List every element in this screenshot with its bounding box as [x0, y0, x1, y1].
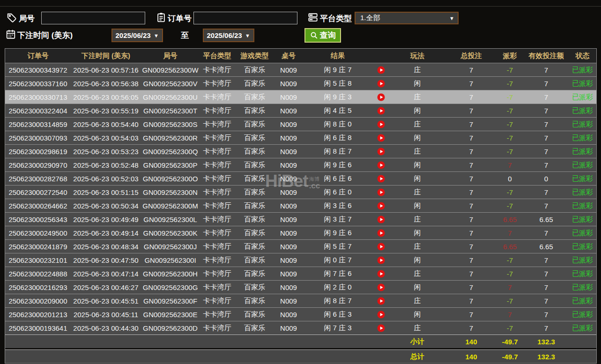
order-number-cell: 250623000264662	[5, 199, 71, 212]
valid-bet-cell: 7	[523, 90, 570, 104]
play-video-icon[interactable]	[377, 324, 385, 332]
table-row[interactable]: 2506230002162932025-06-23 00:46:27GN0092…	[5, 280, 596, 294]
play-cell	[373, 118, 389, 131]
table-row[interactable]: 2506230003070932025-06-23 00:54:03GN0092…	[5, 131, 596, 144]
platform-type-label: 平台类型	[320, 13, 352, 24]
order-number-input[interactable]	[193, 12, 297, 24]
game-type-cell: 百家乐	[235, 294, 275, 307]
play-video-icon[interactable]	[377, 93, 385, 101]
chevron-down-icon: ▼	[245, 33, 250, 38]
table-row[interactable]: 2506230003224042025-06-23 00:55:19GN0092…	[5, 104, 596, 117]
grandtotal-row-payout: -49.7	[497, 350, 523, 363]
play-cell	[373, 267, 389, 280]
column-header-platform: 平台类型	[200, 49, 235, 63]
play-cell	[373, 145, 389, 158]
play-video-icon[interactable]	[377, 215, 385, 223]
round-number-label: 局号	[19, 13, 35, 24]
table-row[interactable]: 2506230002418792025-06-23 00:48:34GN0092…	[5, 239, 596, 253]
status-badge: 已派彩	[570, 213, 595, 226]
search-button[interactable]: 查询	[304, 28, 341, 43]
result-cell: 闲 6 庄 3	[303, 308, 373, 321]
payout-cell: -7	[497, 104, 523, 117]
table-row[interactable]: 2506230002563432025-06-23 00:49:49GN0092…	[5, 212, 596, 226]
payout-cell: -7	[497, 186, 523, 199]
round-number-cell: GN0092562300V	[141, 77, 200, 90]
play-video-icon[interactable]	[377, 202, 385, 210]
date-from-select[interactable]: 2025/06/23 ▼	[111, 29, 163, 42]
game-type-cell: 百家乐	[235, 158, 275, 171]
result-cell: 闲 8 庄 7	[303, 294, 373, 307]
play-video-icon[interactable]	[377, 66, 385, 74]
status-badge: 已派彩	[570, 253, 595, 267]
total-bet-cell: 7	[445, 118, 497, 131]
play-video-icon[interactable]	[377, 107, 385, 115]
play-video-icon[interactable]	[377, 297, 385, 305]
platform-cell: 卡卡湾厅	[200, 199, 235, 212]
table-row[interactable]: 2506230002321012025-06-23 00:47:50GN0092…	[5, 253, 596, 267]
payout-cell: -7	[497, 90, 523, 104]
order-number-cell: 250623000232101	[5, 253, 71, 267]
table-row[interactable]: 2506230002012132025-06-23 00:45:11GN0092…	[5, 307, 596, 321]
table-row[interactable]: 2506230003371602025-06-23 00:56:38GN0092…	[5, 76, 596, 90]
table-row[interactable]: 2506230002248882025-06-23 00:47:14GN0092…	[5, 267, 596, 280]
platform-type-select[interactable]: 1.全部 ▼	[355, 12, 459, 24]
play-video-icon[interactable]	[377, 161, 385, 169]
play-video-icon[interactable]	[377, 229, 385, 237]
table-row[interactable]: 2506230002646622025-06-23 00:50:34GN0092…	[5, 199, 596, 212]
total-bet-cell: 7	[445, 90, 497, 104]
table-row[interactable]: 2506230002827682025-06-23 00:52:03GN0092…	[5, 171, 596, 185]
play-video-icon[interactable]	[377, 134, 385, 142]
play-video-icon[interactable]	[377, 283, 385, 291]
bet-time-label: 下注时间 (美东)	[17, 30, 73, 41]
play-video-icon[interactable]	[377, 270, 385, 278]
play-video-icon[interactable]	[377, 175, 385, 183]
game-type-cell: 百家乐	[235, 267, 275, 280]
round-number-cell: GN0092562300T	[141, 104, 200, 117]
play-cell	[373, 240, 389, 253]
play-video-icon[interactable]	[377, 80, 385, 88]
play-cell	[373, 199, 389, 212]
payout-cell: 7	[497, 226, 523, 239]
order-number-cell: 250623000209000	[5, 294, 71, 307]
search-icon	[310, 31, 318, 39]
game-type-cell: 百家乐	[235, 77, 275, 90]
play-cell	[373, 186, 389, 199]
bet-type-cell: 闲	[389, 104, 445, 117]
bet-type-cell: 闲	[389, 308, 445, 321]
play-video-icon[interactable]	[377, 188, 385, 196]
round-number-cell: GN0092562300W	[141, 63, 200, 76]
date-to-select[interactable]: 2025/06/23 ▼	[203, 29, 254, 42]
bet-time-cell: 2025-06-23 00:56:38	[71, 77, 141, 90]
total-bet-cell: 7	[445, 240, 497, 253]
play-video-icon[interactable]	[377, 120, 385, 128]
table-row[interactable]: 2506230003148592025-06-23 00:54:40GN0092…	[5, 117, 596, 131]
table-row[interactable]: 2506230003439722025-06-23 00:57:16GN0092…	[5, 63, 596, 76]
table-row[interactable]: 2506230002495002025-06-23 00:49:14GN0092…	[5, 226, 596, 239]
platform-cell: 卡卡湾厅	[200, 118, 235, 131]
table-row[interactable]: 2506230002909702025-06-23 00:52:48GN0092…	[5, 158, 596, 171]
round-number-input[interactable]	[41, 12, 145, 24]
table-row[interactable]: 2506230003307132025-06-23 00:56:05GN0092…	[5, 90, 596, 104]
play-video-icon[interactable]	[377, 256, 385, 264]
play-video-icon[interactable]	[377, 243, 385, 251]
table-row[interactable]: 2506230002725402025-06-23 00:51:15GN0092…	[5, 185, 596, 199]
empty-cell	[71, 335, 141, 348]
game-type-cell: 百家乐	[235, 253, 275, 267]
order-number-cell: 250623000201213	[5, 308, 71, 321]
valid-bet-cell: 7	[523, 321, 570, 334]
play-video-icon[interactable]	[377, 311, 385, 319]
status-badge: 已派彩	[570, 267, 595, 280]
result-cell: 闲 5 庄 8	[303, 77, 373, 90]
table-row[interactable]: 2506230002090002025-06-23 00:45:51GN0092…	[5, 294, 596, 307]
round-number-cell: GN0092562300E	[141, 308, 200, 321]
table-row[interactable]: 2506230002986192025-06-23 00:53:23GN0092…	[5, 144, 596, 158]
status-badge: 已派彩	[570, 104, 595, 117]
payout-cell: -7	[497, 118, 523, 131]
valid-bet-cell: 7	[523, 158, 570, 171]
order-number-cell: 250623000193641	[5, 321, 71, 334]
valid-bet-cell: 7	[523, 145, 570, 158]
table-row[interactable]: 2506230001936412025-06-23 00:44:30GN0092…	[5, 321, 596, 334]
game-type-cell: 百家乐	[235, 308, 275, 321]
play-video-icon[interactable]	[377, 148, 385, 156]
total-bet-cell: 7	[445, 104, 497, 117]
